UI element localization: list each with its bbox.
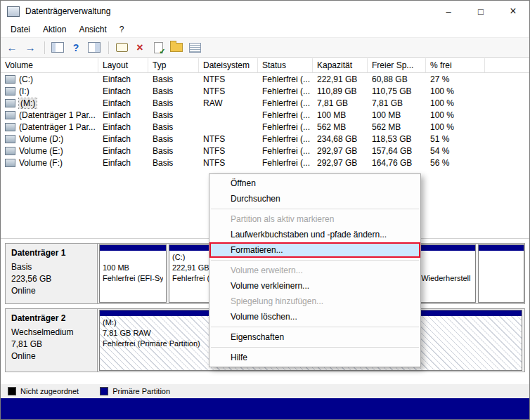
volume-cell: (I:) — [1, 85, 98, 97]
cell: Fehlerfrei (... — [258, 133, 313, 145]
window-controls: – □ × — [432, 1, 529, 22]
cell: 110,75 GB — [368, 85, 426, 97]
cell: NTFS — [199, 133, 258, 145]
cell: Einfach — [98, 73, 148, 85]
table-row[interactable]: (C:)EinfachBasisNTFSFehlerfrei (...222,9… — [1, 73, 529, 85]
disk-info-line: Basis — [11, 261, 91, 273]
window-title: Datenträgerverwaltung — [25, 6, 110, 16]
partition[interactable] — [478, 244, 524, 303]
partition[interactable]: 100 MBFehlerfrei (EFI-Sy — [99, 244, 167, 303]
column-header-status[interactable]: Status — [258, 58, 313, 72]
cell: Basis — [148, 145, 199, 157]
zoom-list-icon[interactable] — [186, 39, 203, 56]
column-header-layout[interactable]: Layout — [98, 58, 148, 72]
context-menu-item-laufwerkbuchstaben-und-pfade-andern[interactable]: Laufwerkbuchstaben und -pfade ändern... — [209, 227, 420, 242]
context-menu-item-volume-loschen[interactable]: Volume löschen... — [209, 309, 420, 324]
menu-ansicht[interactable]: Ansicht — [73, 23, 112, 36]
panes-icon[interactable] — [49, 39, 66, 56]
volume-cell: Volume (D:) — [1, 133, 98, 145]
volume-cell: (Datenträger 1 Par... — [1, 121, 98, 133]
context-menu-item-hilfe[interactable]: Hilfe — [209, 350, 420, 365]
cell: Fehlerfrei (... — [258, 145, 313, 157]
volume-cell: (Datenträger 1 Par... — [1, 109, 98, 121]
table-row[interactable]: (M:)EinfachBasisRAWFehlerfrei (...7,81 G… — [1, 97, 529, 109]
app-icon — [7, 6, 20, 17]
cell: Einfach — [98, 97, 148, 109]
cell: 118,53 GB — [368, 133, 426, 145]
legend-label: Nicht zugeordnet — [20, 387, 79, 395]
delete-icon[interactable]: × — [131, 39, 148, 56]
legend-swatch — [8, 387, 16, 395]
cell: Einfach — [98, 157, 148, 169]
dialog-icon[interactable] — [113, 39, 130, 56]
cell: 7,81 GB — [313, 97, 368, 109]
cell — [199, 121, 258, 133]
cell: Basis — [148, 109, 199, 121]
column-header-volume[interactable]: Volume — [1, 58, 98, 72]
context-menu-item-formatieren[interactable]: Formatieren... — [209, 242, 420, 258]
context-menu-item-volume-verkleinern[interactable]: Volume verkleinern... — [209, 278, 420, 294]
disk-label-panel[interactable]: Datenträger 1Basis223,56 GBOnline — [6, 244, 98, 303]
disk-name: Datenträger 2 — [11, 313, 91, 324]
table-row[interactable]: (Datenträger 1 Par...EinfachBasisFehlerf… — [1, 121, 529, 133]
table-row[interactable]: Volume (E:)EinfachBasisNTFSFehlerfrei (.… — [1, 145, 529, 157]
cell: 157,64 GB — [368, 145, 426, 157]
menu-separator — [211, 327, 419, 327]
context-menu-item-durchsuchen[interactable]: Durchsuchen — [209, 191, 420, 206]
column-header-frei[interactable]: % frei — [426, 58, 485, 72]
context-menu-item-offnen[interactable]: Öffnen — [209, 176, 420, 191]
search-folder-icon[interactable] — [168, 39, 185, 56]
details-pane-icon[interactable] — [86, 39, 103, 56]
context-menu-item-partition-als-aktiv-markieren: Partition als aktiv markieren — [209, 211, 420, 227]
volume-cell: (M:) — [1, 97, 98, 109]
drive-icon — [5, 147, 15, 155]
disk-name: Datenträger 1 — [11, 247, 91, 258]
column-header-freier-sp[interactable]: Freier Sp... — [368, 58, 426, 72]
volume-cell: Volume (E:) — [1, 145, 98, 157]
legend-item-primare-partition: Primäre Partition — [100, 387, 170, 395]
disk-info-line: Wechselmedium — [11, 327, 91, 339]
cell: Basis — [148, 73, 199, 85]
partition-label-line — [103, 252, 163, 263]
back-icon[interactable]: ← — [4, 39, 20, 56]
drive-icon — [5, 135, 15, 143]
close-button[interactable]: × — [497, 1, 529, 22]
menu-datei[interactable]: Datei — [5, 23, 36, 36]
cell: 51 % — [426, 133, 485, 145]
disk-label-panel[interactable]: Datenträger 2Wechselmedium7,81 GBOnline — [6, 309, 98, 372]
properties-icon[interactable]: ✓ — [150, 39, 167, 56]
cell: 54 % — [426, 145, 485, 157]
table-row[interactable]: (I:)EinfachBasisNTFSFehlerfrei (...110,8… — [1, 85, 529, 97]
cell: 56 % — [426, 157, 485, 169]
drive-icon — [5, 99, 15, 107]
cell: 100 MB — [368, 109, 426, 121]
disk-management-window: Datenträgerverwaltung – □ × DateiAktionA… — [0, 0, 530, 420]
partition-label-line: Fehlerfrei (EFI-Sy — [103, 273, 163, 284]
drive-icon — [5, 159, 15, 167]
drive-icon — [5, 75, 15, 84]
forward-icon[interactable]: → — [22, 39, 39, 56]
column-header-typ[interactable]: Typ — [148, 58, 199, 72]
help-icon[interactable]: ? — [67, 39, 84, 56]
cell — [199, 109, 258, 121]
maximize-button[interactable]: □ — [465, 1, 497, 22]
table-row[interactable]: (Datenträger 1 Par...EinfachBasisFehlerf… — [1, 109, 529, 121]
cell: Basis — [148, 85, 199, 97]
cell: 164,76 GB — [368, 157, 426, 169]
partition-type-stripe — [100, 245, 166, 251]
menu-aktion[interactable]: Aktion — [37, 23, 72, 36]
table-row[interactable]: Volume (F:)EinfachBasisNTFSFehlerfrei (.… — [1, 157, 529, 169]
cell: 562 MB — [313, 121, 368, 133]
column-header-kapazitat[interactable]: Kapazität — [313, 58, 368, 72]
context-menu-item-eigenschaften[interactable]: Eigenschaften — [209, 329, 420, 345]
cell: 222,91 GB — [313, 73, 368, 85]
menu-separator — [211, 260, 419, 261]
legend-label: Primäre Partition — [112, 387, 170, 395]
menu-hilfe[interactable]: ? — [114, 23, 130, 36]
column-header-dateisystem[interactable]: Dateisystem — [199, 58, 258, 72]
cell: Fehlerfrei (... — [258, 157, 313, 169]
minimize-button[interactable]: – — [432, 1, 465, 22]
cell: 100 % — [426, 97, 485, 109]
cell: Basis — [148, 97, 199, 109]
table-row[interactable]: Volume (D:)EinfachBasisNTFSFehlerfrei (.… — [1, 133, 529, 145]
